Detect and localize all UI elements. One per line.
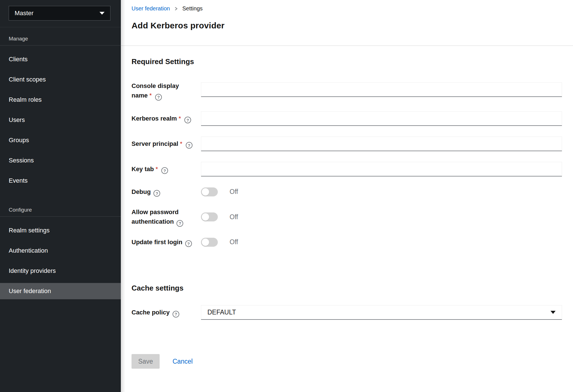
required-asterisk: * [180, 140, 182, 147]
form-row-console-display-name: Console display name*? [132, 79, 562, 101]
realm-selector-dropdown[interactable]: Master [9, 6, 110, 21]
cache-settings-heading: Cache settings [132, 284, 562, 293]
debug-toggle[interactable] [201, 187, 218, 196]
toggle-knob [202, 239, 209, 246]
cancel-link[interactable]: Cancel [173, 358, 193, 365]
cache-policy-selected-value: DEFAULT [207, 309, 236, 316]
form-row-key-tab: Key tab*? [132, 162, 562, 176]
key-tab-input[interactable] [201, 162, 562, 176]
help-icon[interactable]: ? [173, 311, 179, 318]
nav-section-label: Manage [0, 27, 121, 45]
sidebar: Master Manage Clients Client scopes Real… [0, 0, 121, 392]
header-divider [121, 46, 573, 46]
sidebar-item-groups[interactable]: Groups [0, 132, 121, 148]
help-icon[interactable]: ? [186, 142, 192, 149]
sidebar-item-authentication[interactable]: Authentication [0, 243, 121, 259]
field-label-text: Kerberos realm [132, 115, 177, 122]
sidebar-item-clients[interactable]: Clients [0, 51, 121, 67]
field-label: Allow password authentication? [132, 207, 201, 227]
sidebar-item-sessions[interactable]: Sessions [0, 152, 121, 169]
allow-password-authentication-toggle[interactable] [201, 212, 218, 221]
breadcrumb-chevron-icon [174, 6, 178, 11]
field-label: Server principal*? [132, 137, 201, 151]
help-icon[interactable]: ? [155, 94, 162, 101]
sidebar-item-events[interactable]: Events [0, 173, 121, 189]
field-label: Console display name*? [132, 79, 201, 101]
nav-section-label: Configure [0, 193, 121, 216]
field-label: Key tab*? [132, 162, 201, 176]
sidebar-item-identity-providers[interactable]: Identity providers [0, 263, 121, 279]
toggle-state-label: Off [230, 238, 238, 246]
field-label-text: Update first login [132, 239, 182, 246]
console-display-name-input[interactable] [201, 82, 562, 97]
page-title: Add Kerberos provider [132, 21, 562, 30]
form-row-allow-password-authentication: Allow password authentication? Off [132, 207, 562, 227]
kerberos-realm-input[interactable] [201, 111, 562, 126]
field-label-text: Cache policy [132, 309, 170, 316]
field-label-text: Allow password authentication [132, 209, 178, 225]
sidebar-header: Master [0, 0, 121, 27]
required-asterisk: * [155, 166, 158, 173]
nav-section-divider [0, 45, 121, 46]
sidebar-item-realm-roles[interactable]: Realm roles [0, 92, 121, 108]
update-first-login-toggle[interactable] [201, 238, 218, 247]
help-icon[interactable]: ? [185, 240, 192, 247]
toggle-knob [202, 188, 209, 196]
required-asterisk: * [149, 92, 152, 99]
help-icon[interactable]: ? [176, 220, 183, 227]
field-label-text: Key tab [132, 166, 154, 173]
required-settings-heading: Required Settings [132, 57, 562, 66]
sidebar-item-client-scopes[interactable]: Client scopes [0, 71, 121, 88]
field-label: Kerberos realm*? [132, 111, 201, 126]
nav-section-divider [0, 216, 121, 217]
realm-selector-value: Master [15, 10, 33, 17]
breadcrumb-current: Settings [182, 5, 203, 12]
breadcrumb: User federation Settings [132, 0, 562, 12]
main-content: User federation Settings Add Kerberos pr… [121, 0, 573, 392]
app-window: Master Manage Clients Client scopes Real… [0, 0, 573, 392]
cache-policy-select[interactable]: DEFAULT [201, 305, 562, 320]
sidebar-item-users[interactable]: Users [0, 112, 121, 128]
caret-down-icon [99, 12, 105, 15]
field-label: Debug? [132, 187, 201, 197]
field-label: Update first login? [132, 237, 201, 247]
form-row-server-principal: Server principal*? [132, 137, 562, 151]
help-icon[interactable]: ? [153, 190, 160, 197]
breadcrumb-link-user-federation[interactable]: User federation [132, 5, 170, 12]
save-button[interactable]: Save [132, 354, 160, 369]
field-label-text: Server principal [132, 140, 178, 147]
form-actions: Save Cancel [132, 354, 562, 369]
nav-list: Realm settings Authentication Identity p… [0, 222, 121, 299]
nav-list: Clients Client scopes Realm roles Users … [0, 51, 121, 189]
form-row-cache-policy: Cache policy? DEFAULT [132, 305, 562, 320]
toggle-state-label: Off [230, 213, 238, 221]
sidebar-item-user-federation[interactable]: User federation [0, 283, 121, 299]
form-row-update-first-login: Update first login? Off [132, 237, 562, 247]
form-row-kerberos-realm: Kerberos realm*? [132, 111, 562, 126]
nav-section-configure: Configure Realm settings Authentication … [0, 193, 121, 303]
help-icon[interactable]: ? [184, 117, 191, 123]
toggle-state-label: Off [230, 188, 238, 196]
sidebar-item-realm-settings[interactable]: Realm settings [0, 222, 121, 239]
field-label-text: Debug [132, 188, 151, 195]
server-principal-input[interactable] [201, 137, 562, 151]
help-icon[interactable]: ? [161, 167, 168, 174]
toggle-knob [202, 213, 209, 221]
required-asterisk: * [178, 115, 181, 122]
form-row-debug: Debug? Off [132, 187, 562, 197]
caret-down-icon [551, 311, 556, 314]
field-label: Cache policy? [132, 305, 201, 320]
nav-section-manage: Manage Clients Client scopes Realm roles… [0, 27, 121, 193]
